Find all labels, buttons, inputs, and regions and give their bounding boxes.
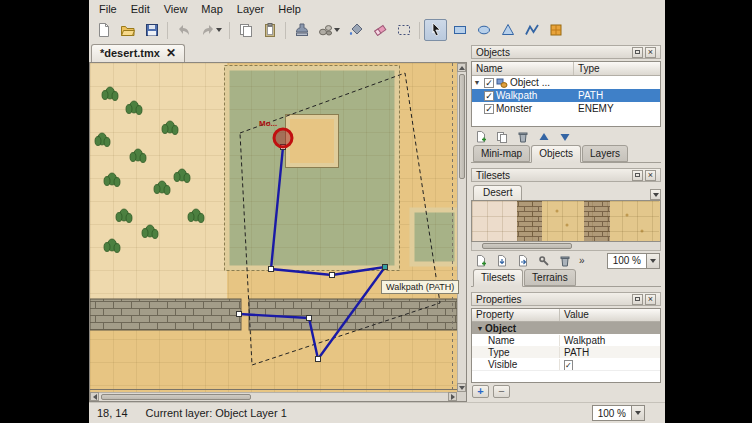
property-value[interactable]: PATH bbox=[560, 347, 660, 358]
monster-object-marker[interactable] bbox=[274, 129, 292, 147]
insert-polygon-button[interactable] bbox=[496, 19, 519, 41]
toolbar-separator bbox=[167, 22, 168, 39]
stamp-brush-button[interactable] bbox=[290, 19, 313, 41]
tileset-zoom-dropdown-button[interactable] bbox=[646, 254, 659, 268]
document-tab[interactable]: *desert.tmx ✕ bbox=[91, 44, 185, 62]
expander-icon[interactable]: ▼ bbox=[472, 79, 482, 86]
terrain-brush-button[interactable] bbox=[314, 19, 343, 41]
tileset-scrollbar-thumb[interactable] bbox=[482, 243, 572, 249]
insert-tile-button[interactable] bbox=[544, 19, 567, 41]
property-value[interactable]: Walkpath bbox=[560, 335, 660, 346]
insert-rectangle-icon bbox=[452, 22, 468, 38]
tab-terrains[interactable]: Terrains bbox=[524, 269, 576, 286]
float-dock-button[interactable] bbox=[632, 294, 643, 305]
add-property-button[interactable]: + bbox=[472, 385, 489, 398]
vertical-scrollbar-thumb[interactable] bbox=[459, 74, 465, 179]
walkpath-object-row[interactable]: ✓ Walkpath PATH bbox=[472, 89, 660, 102]
rectangular-select-button[interactable] bbox=[392, 19, 415, 41]
lower-object-button[interactable] bbox=[556, 129, 574, 144]
column-header-type[interactable]: Type bbox=[574, 62, 660, 75]
menu-layer[interactable]: Layer bbox=[230, 1, 272, 17]
menu-edit[interactable]: Edit bbox=[124, 1, 157, 17]
add-object-button[interactable] bbox=[472, 129, 490, 144]
insert-ellipse-button[interactable] bbox=[472, 19, 495, 41]
export-tileset-button[interactable] bbox=[514, 253, 532, 268]
row-type: PATH bbox=[574, 90, 660, 101]
close-dock-button[interactable]: × bbox=[645, 294, 656, 305]
object-layer-row[interactable]: ▼ ✓ Object ... bbox=[472, 76, 660, 89]
remove-property-button[interactable]: − bbox=[493, 385, 510, 398]
menu-file[interactable]: File bbox=[92, 1, 124, 17]
open-button[interactable] bbox=[116, 19, 139, 41]
tileset-tab-desert[interactable]: Desert bbox=[473, 185, 522, 200]
close-dock-button[interactable]: × bbox=[645, 170, 656, 181]
zoom-dropdown-button[interactable] bbox=[631, 406, 644, 420]
remove-tileset-button[interactable] bbox=[556, 253, 574, 268]
raise-object-button[interactable] bbox=[535, 129, 553, 144]
float-dock-button[interactable] bbox=[632, 170, 643, 181]
tileset-zoom-combo[interactable]: 100 % bbox=[607, 253, 660, 269]
visible-checkbox[interactable]: ✓ bbox=[564, 360, 573, 370]
tileset-properties-button[interactable] bbox=[535, 253, 553, 268]
map-vertical-scrollbar[interactable] bbox=[457, 63, 466, 392]
paste-button[interactable] bbox=[258, 19, 281, 41]
tileset-scrollbar[interactable] bbox=[471, 242, 661, 251]
zoom-combo[interactable]: 100 % bbox=[592, 405, 645, 421]
properties-dock-title: Properties bbox=[476, 294, 522, 305]
monster-object-row[interactable]: ✓ Monster ENEMY bbox=[472, 102, 660, 115]
menu-help[interactable]: Help bbox=[271, 1, 308, 17]
select-objects-button[interactable] bbox=[424, 19, 447, 41]
copy-button[interactable] bbox=[234, 19, 257, 41]
new-tileset-button[interactable] bbox=[472, 253, 490, 268]
save-button[interactable] bbox=[140, 19, 163, 41]
tab-layers[interactable]: Layers bbox=[582, 145, 628, 162]
scroll-down-button[interactable] bbox=[457, 383, 466, 392]
column-header-name[interactable]: Name bbox=[472, 62, 574, 75]
property-key: Visible bbox=[472, 359, 560, 370]
property-group-object[interactable]: ▼ Object bbox=[472, 322, 660, 334]
duplicate-object-button[interactable] bbox=[493, 129, 511, 144]
insert-ellipse-icon bbox=[476, 22, 492, 38]
import-tileset-button[interactable] bbox=[493, 253, 511, 268]
arrow-down-icon bbox=[559, 131, 571, 143]
close-dock-button[interactable]: × bbox=[645, 47, 656, 58]
redo-button[interactable] bbox=[196, 19, 225, 41]
new-map-button[interactable] bbox=[92, 19, 115, 41]
object-visibility-checkbox[interactable]: ✓ bbox=[484, 91, 494, 101]
scroll-right-button[interactable] bbox=[448, 392, 457, 401]
float-dock-button[interactable] bbox=[632, 47, 643, 58]
menu-view[interactable]: View bbox=[157, 1, 195, 17]
insert-polyline-button[interactable] bbox=[520, 19, 543, 41]
map-canvas[interactable]: Mo... Walkpath (PATH) bbox=[89, 62, 467, 402]
menu-map[interactable]: Map bbox=[194, 1, 229, 17]
layer-visibility-checkbox[interactable]: ✓ bbox=[484, 78, 494, 88]
row-label: Monster bbox=[496, 103, 532, 114]
tab-tilesets[interactable]: Tilesets bbox=[473, 269, 523, 287]
tileset-view[interactable] bbox=[471, 200, 661, 242]
undo-button[interactable] bbox=[172, 19, 195, 41]
map-horizontal-scrollbar[interactable] bbox=[90, 392, 457, 401]
bucket-fill-button[interactable] bbox=[344, 19, 367, 41]
property-row-type[interactable]: Type PATH bbox=[472, 346, 660, 358]
terrain-brush-icon bbox=[318, 22, 334, 38]
eraser-button[interactable] bbox=[368, 19, 391, 41]
object-visibility-checkbox[interactable]: ✓ bbox=[484, 104, 494, 114]
column-header-property[interactable]: Property bbox=[472, 309, 560, 321]
expander-icon[interactable]: ▼ bbox=[475, 325, 485, 332]
horizontal-scrollbar-thumb[interactable] bbox=[101, 394, 251, 400]
scroll-left-button[interactable] bbox=[90, 392, 99, 401]
tab-mini-map[interactable]: Mini-map bbox=[473, 145, 530, 162]
courtyard bbox=[288, 117, 336, 165]
close-tab-icon[interactable]: ✕ bbox=[166, 48, 176, 58]
tileset-dock-tabs: Tilesets Terrains bbox=[471, 270, 661, 287]
column-header-value[interactable]: Value bbox=[560, 309, 660, 321]
remove-object-button[interactable] bbox=[514, 129, 532, 144]
tileset-list-button[interactable] bbox=[650, 189, 661, 200]
property-row-name[interactable]: Name Walkpath bbox=[472, 334, 660, 346]
tab-objects[interactable]: Objects bbox=[531, 145, 581, 163]
arrow-up-icon bbox=[459, 66, 465, 70]
property-row-visible[interactable]: Visible ✓ bbox=[472, 358, 660, 370]
toolbar-overflow-button[interactable]: » bbox=[577, 255, 587, 266]
scroll-up-button[interactable] bbox=[457, 63, 466, 72]
insert-rectangle-button[interactable] bbox=[448, 19, 471, 41]
